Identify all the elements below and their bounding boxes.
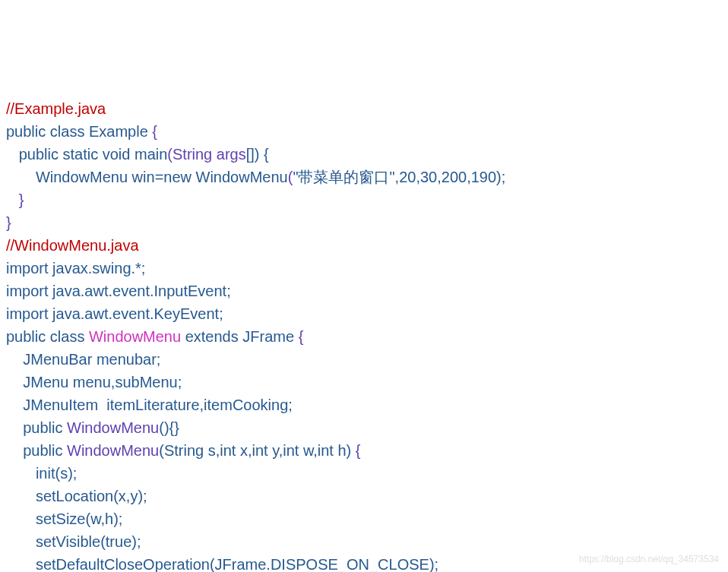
punct: (String args — [167, 146, 245, 163]
code-text: JMenuBar — [6, 351, 97, 368]
code-text: WindowMenu win=new WindowMenu — [6, 169, 288, 185]
code-block: //Example.java public class Example { pu… — [6, 97, 722, 572]
punct: (s); — [55, 465, 77, 482]
punct: (true); — [100, 533, 141, 550]
number: 20 — [399, 169, 416, 185]
code-text: extends JFrame — [181, 328, 299, 345]
code-text: []) { — [246, 146, 269, 163]
code-text: setDefaultCloseOperation — [6, 556, 210, 572]
code-text: JMenu — [6, 374, 73, 390]
identifier: menubar; — [97, 351, 161, 368]
code-text: public — [6, 442, 67, 459]
code-text: public class Example — [6, 123, 152, 140]
code-text: import java — [6, 305, 81, 322]
number: 200 — [442, 169, 467, 185]
code-text: public class — [6, 328, 89, 345]
code-text: public — [6, 419, 67, 436]
code-text: import javax — [6, 260, 88, 277]
code-text: .awt.event.KeyEvent; — [81, 305, 223, 322]
identifier: itemLiterature,itemCooking; — [106, 397, 293, 413]
string-literal: "带菜单的窗口" — [293, 169, 394, 185]
brace: { — [299, 328, 304, 345]
watermark: https://blog.csdn.net/qq_34573534 — [579, 552, 719, 566]
punct: (x,y); — [113, 488, 147, 504]
code-text: setVisible — [6, 533, 100, 550]
code-text: import java — [6, 283, 81, 299]
punct: (JFrame.DISPOSE_ON_CLOSE); — [210, 556, 438, 572]
punct: ); — [496, 169, 505, 185]
brace: } — [6, 214, 11, 231]
method-name: WindowMenu — [67, 419, 159, 436]
brace: } — [6, 191, 24, 208]
class-name: WindowMenu — [89, 328, 181, 345]
punct: (){} — [159, 419, 179, 436]
number: 30 — [420, 169, 437, 185]
code-text: .awt.event.InputEvent; — [81, 283, 231, 299]
brace: { — [152, 123, 157, 140]
number: 190 — [471, 169, 496, 185]
method-name: WindowMenu — [67, 442, 159, 459]
code-text: (String s,int x,int y,int w,int h) — [159, 442, 356, 459]
punct: (w,h); — [85, 510, 122, 527]
identifier: menu,subMenu; — [73, 374, 182, 390]
code-text: setSize — [6, 510, 85, 527]
code-text: JMenuItem — [6, 397, 106, 413]
code-text: .swing.*; — [88, 260, 146, 277]
brace: { — [356, 442, 361, 459]
code-text: public static void main — [6, 146, 167, 163]
code-text: setLocation — [6, 488, 113, 504]
code-text: init — [6, 465, 55, 482]
comment: //WindowMenu.java — [6, 237, 139, 254]
comment: //Example.java — [6, 100, 106, 117]
